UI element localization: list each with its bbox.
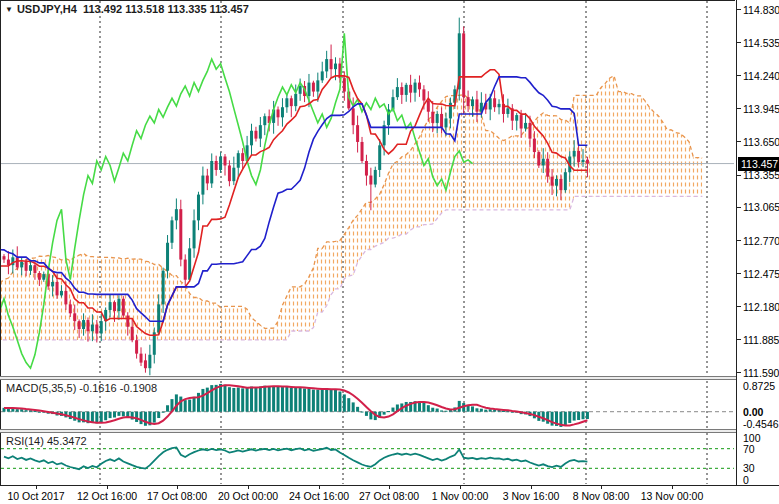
- ohlc-quote: 113.492 113.518 113.335 113.457: [83, 3, 249, 15]
- price-axis-tick: [737, 141, 741, 142]
- time-axis-tick: [177, 486, 178, 489]
- rsi-indicator-label: RSI(14) 45.3472: [6, 435, 87, 447]
- chart-canvas[interactable]: [0, 0, 736, 485]
- price-axis-tick: [737, 42, 741, 43]
- price-axis-tick: [737, 339, 741, 340]
- price-axis-tick: [737, 306, 741, 307]
- time-axis-label: 3 Nov 16:00: [503, 490, 560, 502]
- macd-axis-label: 0.00: [743, 406, 763, 418]
- panel-divider[interactable]: [0, 429, 779, 433]
- price-axis-tick: [737, 207, 741, 208]
- price-axis-label: 112.475: [743, 268, 779, 280]
- price-axis-label: 111.885: [743, 334, 779, 346]
- macd-indicator-label: MACD(5,35,5) -0.1616 -0.1908: [6, 382, 157, 394]
- price-axis-label: 114.240: [743, 70, 779, 82]
- time-axis-label: 12 Oct 16:00: [77, 490, 137, 502]
- time-axis-tick: [319, 486, 320, 489]
- price-axis-tick: [737, 9, 741, 10]
- time-axis-tick: [460, 486, 461, 489]
- price-axis-label: 113.945: [743, 103, 779, 115]
- macd-axis-label: 0.8725: [743, 380, 775, 392]
- time-axis-label: 17 Oct 08:00: [147, 490, 207, 502]
- time-axis-tick: [36, 486, 37, 489]
- time-axis-label: 20 Oct 00:00: [218, 490, 278, 502]
- time-axis-tick: [601, 486, 602, 489]
- time-axis-label: 24 Oct 16:00: [289, 490, 349, 502]
- price-axis-label: 112.770: [743, 235, 779, 247]
- price-axis-label: 114.830: [743, 4, 779, 16]
- price-axis-label: 114.535: [743, 37, 779, 49]
- price-axis-label: 111.590: [743, 367, 779, 379]
- price-axis-tick: [737, 273, 741, 274]
- rsi-axis-label: 70: [743, 443, 755, 455]
- panel-divider[interactable]: [0, 376, 779, 380]
- time-axis-tick: [107, 486, 108, 489]
- price-axis-tick: [737, 108, 741, 109]
- time-axis-label: 10 Oct 2017: [7, 490, 64, 502]
- price-axis-tick: [737, 240, 741, 241]
- time-axis-label: 1 Nov 00:00: [432, 490, 489, 502]
- time-axis-label: 27 Oct 08:00: [359, 490, 419, 502]
- macd-axis-label: -0.4546: [743, 418, 779, 430]
- price-axis-label: 113.650: [743, 136, 779, 148]
- chart-title: ▼USDJPY,H4 113.492 113.518 113.335 113.4…: [5, 3, 249, 15]
- time-axis-tick: [672, 486, 673, 489]
- time-axis-label: 8 Nov 08:00: [573, 490, 630, 502]
- rsi-axis-label: 30: [743, 462, 755, 474]
- price-axis-label: 113.065: [743, 201, 779, 213]
- time-axis-tick: [389, 486, 390, 489]
- price-axis-tick: [737, 372, 741, 373]
- price-axis-label: 113.355: [743, 169, 779, 181]
- price-axis-tick: [737, 175, 741, 176]
- price-axis-tick: [737, 75, 741, 76]
- symbol-period-label: USDJPY,H4: [17, 3, 77, 15]
- symbol-dropdown-icon[interactable]: ▼: [5, 5, 13, 14]
- time-axis-tick: [531, 486, 532, 489]
- time-axis-label: 13 Nov 00:00: [641, 490, 703, 502]
- price-axis[interactable]: 113.457 114.830114.535114.240113.945113.…: [736, 0, 779, 485]
- mt4-chart-window: ▼USDJPY,H4 113.492 113.518 113.335 113.4…: [0, 0, 779, 504]
- time-axis-tick: [248, 486, 249, 489]
- price-axis-label: 112.180: [743, 301, 779, 313]
- time-axis[interactable]: 10 Oct 201712 Oct 16:0017 Oct 08:0020 Oc…: [0, 485, 779, 504]
